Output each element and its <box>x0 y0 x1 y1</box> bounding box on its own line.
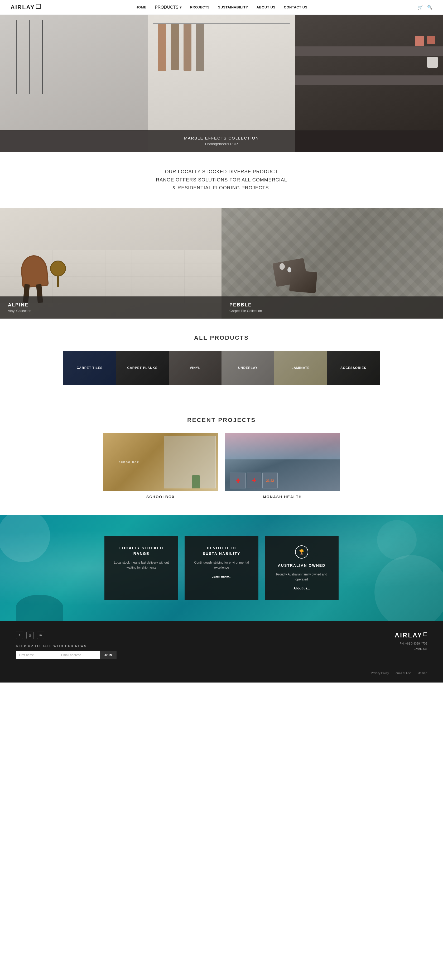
nav-projects[interactable]: PROJECTS <box>190 5 210 9</box>
featured-alpine-label: ALPINE Vinyl Collection <box>0 296 221 318</box>
product-label: CARPET PLANKS <box>116 351 169 385</box>
search-icon[interactable]: 🔍 <box>427 5 432 10</box>
footer-contact: PH: +61 3 9359 4705 EMAIL US <box>395 641 427 652</box>
footer-logo: AIRLAY PH: +61 3 9359 4705 EMAIL US <box>395 632 427 652</box>
product-label: CARPET TILES <box>63 351 116 385</box>
product-label: ACCESSORIES <box>327 351 380 385</box>
footer: f ◎ in KEEP UP TO DATE WITH OUR NEWS JOI… <box>0 621 443 682</box>
logo-text: AIRLAY <box>11 4 35 11</box>
nav-home[interactable]: HOME <box>135 5 146 9</box>
hero-subtitle: Homogeneous PUR <box>6 142 437 146</box>
glass-panel <box>164 436 216 488</box>
project-schoolbox-img: schoolbox <box>103 433 218 491</box>
projects-grid: schoolbox SCHOOLBOX ✚ ✚ 21 22 <box>103 433 340 499</box>
product-vinyl[interactable]: VINYL <box>169 351 221 385</box>
featured-name: ALPINE <box>8 302 214 308</box>
featured-type: Vinyl Collection <box>8 309 214 313</box>
facebook-icon[interactable]: f <box>16 632 23 639</box>
products-grid: CARPET TILES CARPET PLANKS VINYL UNDERLA… <box>63 351 380 385</box>
product-label: VINYL <box>169 351 221 385</box>
chevron-down-icon: ▾ <box>179 5 182 10</box>
join-button[interactable]: JOIN <box>100 651 117 659</box>
product-label: UNDERLAY <box>221 351 274 385</box>
featured-pebble-label: PEBBLE Carpet Tile Collection <box>221 296 443 318</box>
logo-icon <box>36 4 41 9</box>
nav-links: HOME PRODUCTS ▾ PROJECTS SUSTAINABILITY … <box>135 5 308 10</box>
footer-logo-text: AIRLAY <box>395 632 427 639</box>
projects-section: RECENT PROJECTS schoolbox SCHOOLBOX ✚ <box>0 401 443 515</box>
featured-name: PEBBLE <box>229 302 435 308</box>
footer-top: f ◎ in KEEP UP TO DATE WITH OUR NEWS JOI… <box>16 632 427 659</box>
email-input[interactable] <box>58 651 100 659</box>
nav-actions: 🛒 🔍 <box>418 5 432 10</box>
info-title: AUSTRALIAN OWNED <box>273 563 331 568</box>
products-title: ALL PRODUCTS <box>11 334 432 341</box>
featured-alpine[interactable]: ALPINE Vinyl Collection <box>0 208 221 318</box>
nav-products-label: PRODUCTS <box>155 5 178 10</box>
info-card-sustainability: DEVOTED TO SUSTAINABILITY Continuously s… <box>184 536 259 600</box>
info-card-australian: 🏆 AUSTRALIAN OWNED Proudly Australian fa… <box>265 536 338 600</box>
hero-overlay: MARBLE EFFECTS COLLECTION Homogeneous PU… <box>0 130 443 152</box>
nav-sustainability[interactable]: SUSTAINABILITY <box>218 5 248 9</box>
logo[interactable]: AIRLAY <box>11 4 41 11</box>
project-name: SCHOOLBOX <box>103 495 218 499</box>
newsletter-form: JOIN <box>16 651 117 659</box>
products-section: ALL PRODUCTS CARPET TILES CARPET PLANKS … <box>0 318 443 401</box>
product-accessories[interactable]: ACCESSORIES <box>327 351 380 385</box>
info-title: DEVOTED TO SUSTAINABILITY <box>192 546 251 557</box>
info-title: LOCALLY STOCKED RANGE <box>112 546 170 557</box>
newsletter-label: KEEP UP TO DATE WITH OUR NEWS <box>16 644 117 648</box>
project-monash[interactable]: ✚ ✚ 21 22 MONASH HEALTH <box>225 433 340 499</box>
first-name-input[interactable] <box>16 651 58 659</box>
footer-left: f ◎ in KEEP UP TO DATE WITH OUR NEWS JOI… <box>16 632 117 659</box>
nav-about[interactable]: ABOUT US <box>257 5 276 9</box>
projects-title: RECENT PROJECTS <box>11 417 432 423</box>
footer-phone: PH: +61 3 9359 4705 <box>395 641 427 646</box>
info-body: Local stock means fast delivery without … <box>112 560 170 570</box>
learn-more-link[interactable]: Learn more... <box>211 575 231 578</box>
footer-logo-icon <box>424 632 427 636</box>
product-label: LAMINATE <box>274 351 327 385</box>
nav-contact[interactable]: CONTACT US <box>284 5 308 9</box>
linkedin-icon[interactable]: in <box>37 632 44 639</box>
hero-collection: MARBLE EFFECTS COLLECTION <box>6 136 437 140</box>
about-us-link[interactable]: About us... <box>294 587 310 590</box>
instagram-icon[interactable]: ◎ <box>26 632 34 639</box>
featured-section: ALPINE Vinyl Collection PEBBLE Carpet Ti… <box>0 208 443 318</box>
hero-section: MARBLE EFFECTS COLLECTION Homogeneous PU… <box>0 15 443 152</box>
social-links: f ◎ in <box>16 632 117 639</box>
info-banner: LOCALLY STOCKED RANGE Local stock means … <box>0 515 443 621</box>
info-card-local: LOCALLY STOCKED RANGE Local stock means … <box>105 536 178 600</box>
footer-email[interactable]: EMAIL US <box>414 647 427 650</box>
product-carpet-planks[interactable]: CARPET PLANKS <box>116 351 169 385</box>
terms-link[interactable]: Terms of Use <box>394 671 411 675</box>
cart-icon[interactable]: 🛒 <box>418 5 423 10</box>
tagline-section: OUR LOCALLY STOCKED DIVERSE PRODUCT RANG… <box>0 152 443 208</box>
project-schoolbox[interactable]: schoolbox SCHOOLBOX <box>103 433 218 499</box>
newsletter: KEEP UP TO DATE WITH OUR NEWS JOIN <box>16 644 117 659</box>
featured-type: Carpet Tile Collection <box>229 309 435 313</box>
footer-bottom: Privacy Policy Terms of Use Sitemap <box>16 667 427 675</box>
info-body: Continuously striving for environmental … <box>192 560 251 570</box>
project-name: MONASH HEALTH <box>225 495 340 499</box>
product-underlay[interactable]: UNDERLAY <box>221 351 274 385</box>
nav-products[interactable]: PRODUCTS ▾ <box>155 5 182 10</box>
australian-owned-icon: 🏆 <box>295 546 308 558</box>
product-carpet-tiles[interactable]: CARPET TILES <box>63 351 116 385</box>
sitemap-link[interactable]: Sitemap <box>417 671 427 675</box>
featured-pebble[interactable]: PEBBLE Carpet Tile Collection <box>221 208 443 318</box>
navigation: AIRLAY HOME PRODUCTS ▾ PROJECTS SUSTAINA… <box>0 0 443 15</box>
info-body: Proudly Australian family owned and oper… <box>273 572 331 582</box>
product-laminate[interactable]: LAMINATE <box>274 351 327 385</box>
project-monash-img: ✚ ✚ 21 22 <box>225 433 340 491</box>
tagline-text: OUR LOCALLY STOCKED DIVERSE PRODUCT RANG… <box>156 168 287 192</box>
privacy-policy-link[interactable]: Privacy Policy <box>371 671 389 675</box>
footer-logo-label: AIRLAY <box>395 632 422 639</box>
